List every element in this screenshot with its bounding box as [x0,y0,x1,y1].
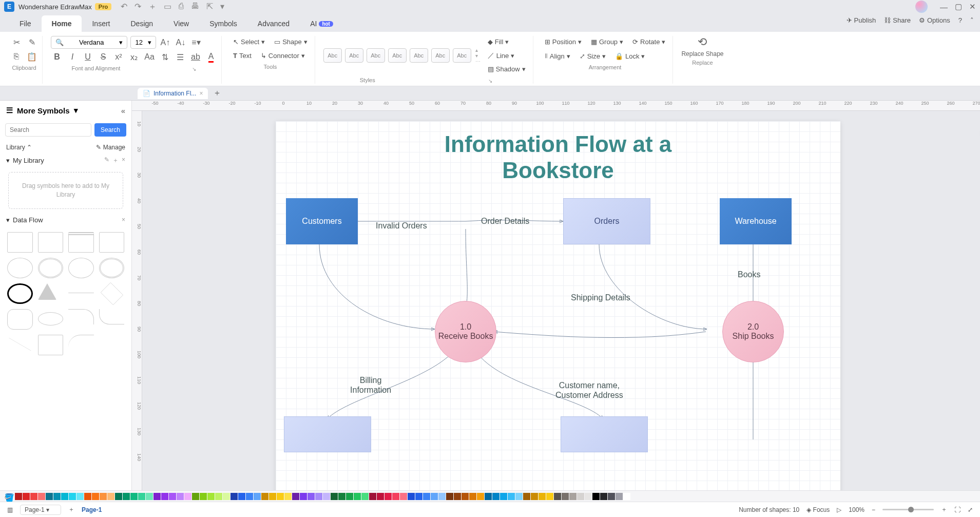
color-swatch[interactable] [616,493,623,500]
styles-popout-icon[interactable]: ↘ [488,78,492,84]
color-swatch[interactable] [84,493,91,500]
styles-down-icon[interactable]: ▾ [475,53,481,59]
stencil-diag[interactable] [9,337,31,351]
increase-font-icon[interactable]: A↑ [159,36,171,49]
decrease-font-icon[interactable]: A↓ [175,36,187,49]
color-swatch[interactable] [423,493,430,500]
my-library-label[interactable]: My Library [13,157,44,164]
color-swatch[interactable] [192,493,199,500]
color-swatch[interactable] [438,493,446,500]
node-ship-books[interactable]: 2.0 Ship Books [722,301,784,362]
page-surface[interactable]: Information Flow at a Bookstore [276,121,840,490]
stencil-external[interactable] [99,232,125,253]
dataflow-close-icon[interactable]: × [122,216,125,223]
color-swatch[interactable] [361,493,369,500]
font-family-select[interactable]: 🔍 Verdana▾ [51,36,127,49]
manage-button[interactable]: ✎ Manage [96,144,125,151]
more-symbols-label[interactable]: More Symbols [17,106,70,115]
canvas[interactable]: Information Flow at a Bookstore [142,111,980,490]
color-swatch[interactable] [238,493,245,500]
style-swatch[interactable]: Abc [453,48,471,63]
connector-tool[interactable]: ↳ Connector ▾ [258,50,308,62]
color-swatch[interactable] [261,493,268,500]
color-swatch[interactable] [38,493,45,500]
color-swatch[interactable] [169,493,176,500]
color-swatch[interactable] [338,493,345,500]
menu-ai[interactable]: AI hot [300,15,343,32]
library-toggle[interactable]: Library ⌃ [6,144,32,151]
options-button[interactable]: ⚙ Options [919,16,950,24]
color-swatch[interactable] [23,493,30,500]
focus-button[interactable]: ◈ Focus [806,506,830,513]
color-swatch[interactable] [515,493,523,500]
color-swatch[interactable] [492,493,499,500]
stencil-process[interactable] [7,232,33,253]
position-button[interactable]: ⊞ Position▾ [542,36,585,48]
fullscreen-icon[interactable]: ⤢ [968,506,973,513]
close-icon[interactable]: ✕ [969,2,976,11]
stencil-diamond[interactable] [100,282,123,304]
color-swatch[interactable] [546,493,553,500]
color-swatch[interactable] [123,493,130,500]
label-order-details[interactable]: Order Details [481,216,529,226]
maximize-icon[interactable]: ▢ [955,2,962,11]
color-swatch[interactable] [485,493,492,500]
superscript-icon[interactable]: x² [112,51,125,63]
new-icon[interactable]: ＋ [148,2,157,12]
color-swatch[interactable] [469,493,476,500]
color-swatch[interactable] [415,493,422,500]
format-painter-icon[interactable]: ✎ [26,36,38,48]
color-swatch[interactable] [477,493,484,500]
color-swatch[interactable] [223,493,230,500]
menu-file[interactable]: File [9,15,42,32]
replace-shape-icon[interactable]: ⟲ [696,36,708,48]
undo-icon[interactable]: ↶ [121,2,127,12]
stencil-circle-double2[interactable] [99,258,125,278]
new-tab-icon[interactable]: ＋ [213,88,221,99]
stencil-datastore[interactable] [68,232,94,253]
print-icon[interactable]: 🖶 [191,2,199,12]
bold-icon[interactable]: B [51,51,63,63]
node-lower-mid[interactable] [561,416,648,452]
cut-icon[interactable]: ✂ [10,36,23,48]
bullets-icon[interactable]: ☰ [174,51,186,63]
label-customer-address[interactable]: Customer name,Customer Address [555,380,623,400]
label-books[interactable]: Books [738,270,760,279]
save-icon[interactable]: ⎙ [179,2,184,12]
color-swatch[interactable] [30,493,37,500]
highlight-icon[interactable]: ab [189,51,202,63]
styles-gallery[interactable]: AbcAbcAbcAbcAbcAbcAbc [323,48,471,63]
stencil-thick-circle[interactable] [7,283,33,304]
color-swatch[interactable] [161,493,168,500]
fill-bucket-icon[interactable]: 🪣 [4,493,14,500]
color-swatch[interactable] [315,493,322,500]
menu-view[interactable]: View [163,15,199,32]
color-swatch[interactable] [254,493,261,500]
color-swatch[interactable] [69,493,76,500]
paste-icon[interactable]: 📋 [26,50,38,63]
color-swatch[interactable] [592,493,600,500]
presentation-icon[interactable]: ▷ [837,506,841,513]
lib-edit-icon[interactable]: ✎ [104,156,109,165]
color-swatch[interactable] [200,493,207,500]
color-swatch[interactable] [600,493,607,500]
fill-button[interactable]: ◆ Fill ▾ [485,36,529,48]
styles-more-icon[interactable]: ⋯ [475,59,481,64]
color-swatch[interactable] [354,493,361,500]
font-size-select[interactable]: 12▾ [130,36,156,49]
my-library-chevron-icon[interactable]: ▾ [6,157,10,164]
color-swatch[interactable] [377,493,384,500]
more-symbols-dropdown-icon[interactable]: ▾ [74,106,78,115]
size-button[interactable]: ⤢ Size▾ [577,50,609,62]
stencil-cloud[interactable] [7,309,33,330]
color-swatch[interactable] [300,493,307,500]
color-swatch[interactable] [76,493,84,500]
symbol-search-button[interactable]: Search [94,123,126,137]
color-swatch[interactable] [531,493,538,500]
color-swatch[interactable] [130,493,138,500]
symbol-search-input[interactable] [5,123,91,137]
color-swatch[interactable] [100,493,107,500]
align-icon[interactable]: ≡▾ [190,36,202,49]
lib-add-icon[interactable]: ＋ [112,156,119,165]
fit-page-icon[interactable]: ⛶ [954,506,960,513]
